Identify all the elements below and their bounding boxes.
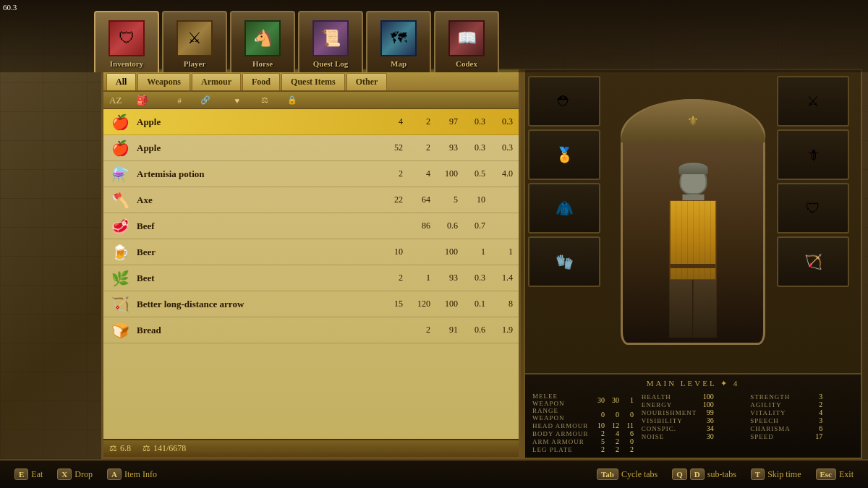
action-bar: E Eat X Drop A Item Info Tab Cycle tabs … bbox=[0, 459, 868, 488]
stat-row-speed: SPEED 17 bbox=[750, 432, 854, 440]
cat-tab-weapons[interactable]: Weapons bbox=[137, 73, 190, 90]
nav-tab-player[interactable]: ⚔ Player bbox=[162, 11, 227, 72]
item-name: Artemisia potion bbox=[137, 168, 375, 180]
item-info-label: Item Info bbox=[124, 469, 157, 480]
nav-tab-horse[interactable]: 🐴 Horse bbox=[230, 11, 295, 72]
list-item[interactable]: 🌿 Beet 2 1 93 0.3 1.4 bbox=[103, 265, 519, 291]
main-level-value: 4 bbox=[733, 379, 740, 388]
list-item[interactable]: 🍎 Apple 4 2 97 0.3 0.3 bbox=[103, 109, 519, 135]
item-icon: 🌿 bbox=[109, 267, 131, 289]
cat-tab-armour[interactable]: Armour bbox=[192, 73, 241, 90]
eq-slot-arrow[interactable]: 🏹 bbox=[777, 236, 849, 287]
eq-slot-shield[interactable]: 🛡 bbox=[777, 183, 849, 234]
item-name: Better long-distance arrow bbox=[137, 299, 375, 310]
shield-icon: 🛡 bbox=[806, 200, 820, 217]
stats-col-1: MELEE WEAPON 30 30 1 RANGE WEAPON 0 0 0 bbox=[532, 393, 636, 453]
stat-row-leg-plate: LEG PLATE 2 2 2 bbox=[532, 445, 636, 453]
stat-row-head-armour: HEAD ARMOUR 10 12 11 bbox=[532, 421, 636, 429]
gloves-icon: 🧤 bbox=[556, 253, 574, 270]
groschen-status: ⚖ 141/6678 bbox=[142, 443, 186, 454]
list-item[interactable]: 🥩 Beef 86 0.6 0.7 bbox=[103, 213, 519, 239]
cat-tab-food[interactable]: Food bbox=[242, 73, 280, 90]
icon-col-header: 🎒 bbox=[131, 94, 153, 106]
fps-counter: 60.3 bbox=[3, 3, 17, 12]
item-val-c1: 4 bbox=[375, 116, 403, 127]
eq-slot-amulet[interactable]: 🏅 bbox=[528, 129, 600, 180]
cat-tab-quest-items[interactable]: Quest Items bbox=[281, 73, 345, 90]
stat-row-body-armour: BODY ARMOUR 2 4 6 bbox=[532, 429, 636, 437]
questlog-icon: 📜 bbox=[311, 18, 351, 58]
stat-row-energy: ENERGY 100 bbox=[642, 401, 745, 408]
eq-slot-gloves[interactable]: 🧤 bbox=[528, 236, 600, 287]
item-icon: ⚗️ bbox=[109, 163, 131, 185]
sub-tabs-key-q: Q bbox=[672, 468, 687, 480]
item-name: Apple bbox=[137, 116, 375, 128]
item-name: Axe bbox=[137, 194, 375, 206]
main-level-stars: ✦ bbox=[720, 379, 733, 388]
sub-tabs-key-d: D bbox=[690, 468, 705, 480]
item-info-key: A bbox=[107, 468, 122, 480]
equipment-slots-left: ⛑ 🏅 🧥 🧤 bbox=[525, 70, 612, 373]
main-level-label: MAIN LEVEL bbox=[647, 379, 717, 388]
stat-row-noise: NOISE 30 bbox=[642, 432, 745, 440]
condition-col-header: 🔗 bbox=[182, 95, 210, 105]
weapon2-icon: 🗡 bbox=[806, 147, 820, 163]
action-cycle-tabs[interactable]: Tab Cycle tabs bbox=[597, 468, 658, 480]
top-navigation: 🛡 Inventory ⚔ Player 🐴 Horse 📜 Quest Log… bbox=[0, 0, 868, 72]
list-item[interactable]: 🪓 Axe 22 64 5 10 bbox=[103, 187, 519, 213]
stats-col-3: STRENGTH 3 AGILITY 2 VITALITY 4 SPEECH 3 bbox=[750, 393, 854, 453]
item-list[interactable]: 🍎 Apple 4 2 97 0.3 0.3 🍎 Apple 52 2 93 0… bbox=[103, 109, 519, 439]
stat-row-charisma: CHARISMA 6 bbox=[750, 424, 854, 432]
groschen-value: 141/6678 bbox=[153, 443, 186, 454]
codex-icon: 📖 bbox=[447, 18, 487, 58]
player-icon: ⚔ bbox=[175, 18, 215, 58]
nav-tab-map[interactable]: 🗺 Map bbox=[366, 11, 431, 72]
horse-icon: 🐴 bbox=[243, 18, 283, 58]
action-drop[interactable]: X Drop bbox=[57, 468, 93, 480]
column-headers: AZ 🎒 # 🔗 ♥ ⚖ 🔒 bbox=[103, 92, 519, 109]
stat-row-conspic: CONSPIC. 34 bbox=[642, 424, 745, 432]
list-item[interactable]: 🍺 Beer 10 100 1 1 bbox=[103, 239, 519, 265]
action-skip-time[interactable]: T Skip time bbox=[751, 468, 801, 480]
eat-key: E bbox=[14, 468, 28, 480]
list-item[interactable]: 🍎 Apple 52 2 93 0.3 0.3 bbox=[103, 135, 519, 161]
groschen-icon: ⚖ bbox=[142, 443, 150, 454]
list-item[interactable]: ⚗️ Artemisia potion 2 4 100 0.5 4.0 bbox=[103, 161, 519, 187]
sort-button[interactable]: AZ bbox=[109, 95, 131, 106]
item-name: Beer bbox=[137, 247, 375, 258]
arrow-icon: 🏹 bbox=[804, 253, 822, 270]
item-name: Apple bbox=[137, 142, 375, 154]
stats-grid: MELEE WEAPON 30 30 1 RANGE WEAPON 0 0 0 bbox=[532, 393, 854, 453]
stat-row-health: HEALTH 100 bbox=[642, 393, 745, 401]
item-val-c4: 0.3 bbox=[458, 116, 485, 127]
character-panel: ⛑ 🏅 🧥 🧤 ⚜ bbox=[524, 69, 862, 459]
item-name: Beet bbox=[137, 273, 375, 284]
cat-tab-other[interactable]: Other bbox=[346, 73, 388, 90]
stat-row-strength: STRENGTH 3 bbox=[750, 393, 854, 401]
nav-tab-player-label: Player bbox=[184, 59, 206, 68]
eat-label: Eat bbox=[31, 469, 43, 480]
nav-tab-questlog[interactable]: 📜 Quest Log bbox=[298, 11, 363, 72]
nav-tab-map-label: Map bbox=[391, 59, 407, 68]
stat-row-nourishment: NOURISHMENT 99 bbox=[642, 408, 745, 416]
sub-tabs-label: sub-tabs bbox=[707, 469, 736, 480]
item-val-c5: 0.3 bbox=[485, 116, 513, 127]
eq-slot-chest[interactable]: 🧥 bbox=[528, 183, 600, 234]
food-col-header: ♥ bbox=[210, 96, 239, 105]
action-item-info[interactable]: A Item Info bbox=[107, 468, 157, 480]
action-eat[interactable]: E Eat bbox=[14, 468, 43, 480]
action-sub-tabs[interactable]: Q D sub-tabs bbox=[672, 468, 736, 480]
nav-tab-codex[interactable]: 📖 Codex bbox=[434, 11, 499, 72]
cat-tab-all[interactable]: All bbox=[106, 73, 136, 90]
item-name: Bread bbox=[137, 325, 375, 336]
action-exit[interactable]: Esc Exit bbox=[816, 468, 854, 480]
list-item[interactable]: 🍞 Bread 2 91 0.6 1.9 bbox=[103, 317, 519, 343]
category-tabs: All Weapons Armour Food Quest Items Othe… bbox=[103, 70, 519, 92]
eq-slot-helmet[interactable]: ⛑ bbox=[528, 76, 600, 127]
list-item[interactable]: 🏹 Better long-distance arrow 15 120 100 … bbox=[103, 291, 519, 317]
item-icon: 🏹 bbox=[109, 294, 131, 315]
eq-slot-weapon2[interactable]: 🗡 bbox=[777, 129, 849, 180]
nav-tab-questlog-label: Quest Log bbox=[313, 59, 349, 68]
nav-tab-inventory[interactable]: 🛡 Inventory bbox=[94, 11, 159, 72]
eq-slot-weapon1[interactable]: ⚔ bbox=[777, 76, 849, 127]
